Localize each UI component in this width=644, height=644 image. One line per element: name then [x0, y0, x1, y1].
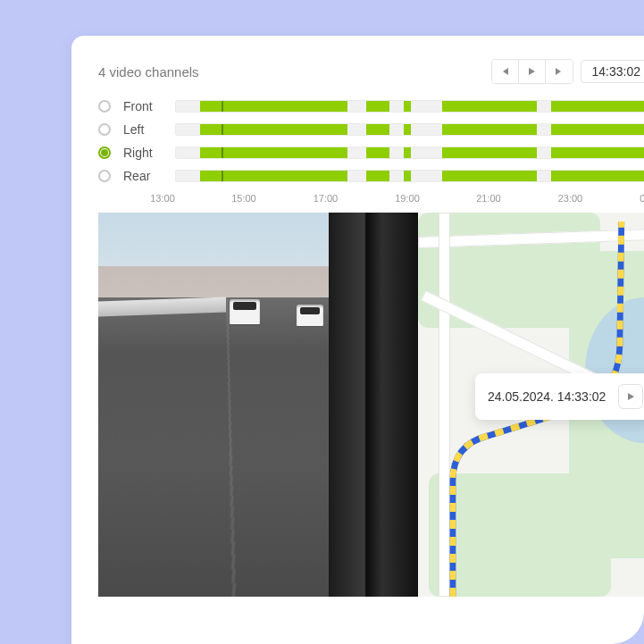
skip-forward-icon — [555, 67, 564, 76]
playback-controls: 14:33:02 — [491, 59, 645, 84]
channel-row-front[interactable]: Front — [98, 95, 644, 118]
play-button[interactable] — [519, 60, 546, 83]
tick: 19:00 — [395, 193, 420, 204]
channel-label: Right — [123, 146, 163, 160]
radio-icon[interactable] — [98, 170, 111, 182]
popup-timestamp: 24.05.2024. 14:33:02 — [488, 389, 606, 404]
timeline-track-left[interactable] — [175, 123, 644, 136]
playhead[interactable] — [222, 101, 223, 112]
channel-label: Rear — [123, 169, 163, 183]
time-display: 14:33:02 — [581, 60, 645, 83]
tick: 13:00 — [150, 193, 175, 204]
tick: 15:00 — [231, 193, 256, 204]
skip-back-icon — [500, 67, 509, 76]
play-icon — [527, 67, 536, 76]
header-row: 4 video channels 14:33:02 — [71, 36, 644, 95]
content-row: 24.05.2024. 14:33:02 — [71, 213, 644, 597]
skip-forward-button[interactable] — [546, 60, 573, 83]
app-panel: 4 video channels 14:33:02 — [71, 36, 644, 644]
tick: 01:00 — [640, 193, 644, 204]
map-popup: 24.05.2024. 14:33:02 — [475, 373, 644, 420]
timeline-track-rear[interactable] — [175, 170, 644, 182]
play-icon — [626, 392, 635, 401]
channel-label: Left — [123, 122, 163, 137]
playhead[interactable] — [222, 147, 223, 158]
skip-back-button[interactable] — [492, 60, 519, 83]
radio-icon[interactable] — [98, 100, 111, 113]
radio-icon[interactable] — [98, 146, 111, 159]
channel-label: Front — [123, 99, 163, 113]
playhead[interactable] — [222, 171, 223, 181]
channel-row-left[interactable]: Left — [98, 118, 644, 141]
radio-icon[interactable] — [98, 123, 111, 136]
timeline-track-front[interactable] — [175, 100, 644, 113]
map-panel[interactable]: 24.05.2024. 14:33:02 — [418, 213, 644, 597]
outer-container: 4 video channels 14:33:02 — [0, 0, 644, 644]
time-axis: 13:00 15:00 17:00 19:00 21:00 23:00 01:0… — [163, 188, 644, 213]
channel-rows: Front Left — [71, 95, 644, 188]
timeline-track-right[interactable] — [175, 146, 644, 159]
video-frame[interactable] — [98, 213, 418, 597]
channel-row-right[interactable]: Right — [98, 141, 644, 164]
tick: 21:00 — [476, 193, 501, 204]
channels-title: 4 video channels — [98, 64, 199, 79]
playhead[interactable] — [222, 124, 223, 135]
tick: 23:00 — [558, 193, 583, 204]
tick: 17:00 — [314, 193, 339, 204]
channel-row-rear[interactable]: Rear — [98, 164, 644, 188]
popup-play-button[interactable] — [618, 384, 643, 409]
playback-button-group — [491, 59, 573, 84]
